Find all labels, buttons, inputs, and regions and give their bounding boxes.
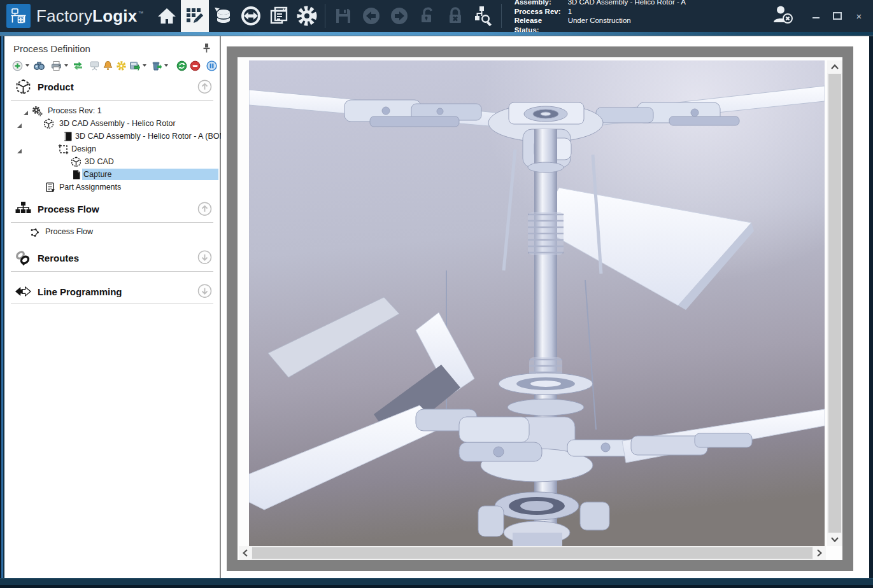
- vertical-scrollbar[interactable]: [827, 60, 842, 546]
- alerts-bell-icon[interactable]: [103, 60, 113, 71]
- panel-title: Process Definition: [13, 43, 90, 54]
- home-icon[interactable]: [153, 0, 181, 32]
- tree-item-3dcad[interactable]: 3D CAD: [4, 155, 220, 168]
- collapse-down-icon[interactable]: [197, 250, 212, 267]
- toolbar-separator: [325, 4, 325, 28]
- divider: [11, 304, 213, 304]
- settings-gear-icon[interactable]: [293, 0, 321, 32]
- window-bottom-border: [0, 578, 873, 588]
- section-line-programming[interactable]: Line Programming: [4, 279, 220, 302]
- assembly-cube-icon: [43, 118, 54, 131]
- app-window: FactoryLogix™: [0, 0, 873, 588]
- toolbar-separator: [501, 4, 502, 28]
- materials-icon[interactable]: [209, 0, 237, 32]
- lock-cancel-icon[interactable]: [441, 0, 469, 32]
- maximize-button[interactable]: [832, 11, 842, 21]
- remove-icon[interactable]: [190, 60, 201, 71]
- collapse-up-icon[interactable]: [197, 79, 212, 96]
- section-product[interactable]: Product: [4, 74, 220, 99]
- scroll-left-icon[interactable]: [239, 546, 252, 560]
- assembly-label: Assembly:: [515, 0, 568, 7]
- product-cube-icon: [15, 79, 31, 95]
- sync-icon[interactable]: [176, 60, 187, 71]
- tree-item-label: 3D CAD: [83, 156, 117, 167]
- print-dropdown-caret[interactable]: [64, 64, 68, 67]
- factorylogix-logo-icon: [6, 4, 31, 28]
- expander-icon[interactable]: [17, 121, 22, 130]
- deploy-icon[interactable]: [129, 60, 140, 71]
- document-area: [221, 36, 869, 578]
- collapse-down-icon[interactable]: [197, 284, 212, 301]
- collapse-up-icon[interactable]: [197, 201, 212, 218]
- user-logout-icon[interactable]: [772, 4, 794, 27]
- delete-dropdown-caret[interactable]: [164, 64, 168, 67]
- tree-item-part-assignments[interactable]: Part Assignments: [4, 181, 220, 193]
- add-dropdown-caret[interactable]: [25, 64, 29, 67]
- design-sketch-icon: [58, 144, 69, 157]
- tree-item-label: Process Rev: 1: [46, 105, 104, 116]
- find-icon[interactable]: [34, 60, 45, 71]
- tree-item-label: 3D CAD Assembly - Helico Rotor: [58, 118, 178, 129]
- scroll-down-icon[interactable]: [827, 533, 842, 546]
- analyze-flow-icon[interactable]: [469, 0, 497, 32]
- pause-icon[interactable]: [206, 60, 217, 71]
- process-rev-value: 1: [568, 7, 572, 17]
- process-definition-panel: Process Definition: [4, 36, 221, 578]
- process-design-icon[interactable]: [181, 0, 209, 32]
- process-flow-tree: Process Flow: [4, 223, 220, 244]
- scroll-up-icon[interactable]: [827, 60, 842, 73]
- assignments-book-icon: [45, 182, 55, 195]
- expander-icon[interactable]: [17, 146, 22, 155]
- tree-item-assembly[interactable]: 3D CAD Assembly - Helico Rotor: [4, 117, 220, 130]
- add-icon[interactable]: [12, 60, 23, 71]
- settings-small-gear-icon[interactable]: [116, 60, 127, 71]
- back-icon[interactable]: [357, 0, 385, 32]
- assembly-info: Assembly:3D CAD Assembly - Helico Rotor …: [515, 0, 686, 34]
- capture-page-icon: [71, 169, 82, 182]
- top-toolbar: FactoryLogix™: [0, 0, 873, 32]
- section-line-programming-label: Line Programming: [38, 286, 122, 297]
- save-icon[interactable]: [329, 0, 357, 32]
- window-left-border: [0, 36, 4, 578]
- tree-item-capture[interactable]: Capture: [4, 168, 220, 181]
- section-reroutes[interactable]: Reroutes: [4, 244, 220, 270]
- section-process-flow[interactable]: Process Flow: [4, 196, 220, 221]
- tree-item-design[interactable]: Design: [4, 143, 220, 155]
- process-flow-icon: [15, 201, 31, 217]
- flow-path-icon: [30, 228, 40, 240]
- tree-item-process-rev[interactable]: Process Rev: 1: [4, 104, 220, 117]
- tree-item-label: Design: [70, 143, 99, 155]
- tree-item-process-flow[interactable]: Process Flow: [4, 225, 220, 238]
- presentation-icon[interactable]: [89, 60, 100, 71]
- vertical-scroll-thumb[interactable]: [828, 74, 841, 533]
- exchange-icon[interactable]: [73, 60, 83, 71]
- print-icon[interactable]: [51, 60, 62, 71]
- bom-book-icon: [62, 131, 73, 144]
- process-rev-label: Process Rev:: [515, 7, 568, 17]
- app-title: FactoryLogix™: [36, 6, 144, 26]
- horizontal-scroll-thumb[interactable]: [252, 547, 813, 559]
- panel-toolbar: [4, 55, 220, 74]
- assembly-value: 3D CAD Assembly - Helico Rotor - A: [568, 0, 686, 7]
- close-button[interactable]: ×: [854, 11, 864, 21]
- transfer-icon[interactable]: [237, 0, 265, 32]
- section-reroutes-label: Reroutes: [38, 253, 79, 263]
- section-process-flow-label: Process Flow: [38, 204, 99, 214]
- expander-icon[interactable]: [24, 108, 28, 117]
- unlock-icon[interactable]: [413, 0, 441, 32]
- assembly-cube-icon: [71, 157, 82, 169]
- forward-icon[interactable]: [385, 0, 413, 32]
- delete-icon[interactable]: [151, 60, 162, 71]
- horizontal-scrollbar[interactable]: [239, 546, 826, 560]
- accent-strip: [0, 32, 873, 36]
- minimize-button[interactable]: [811, 11, 821, 21]
- pin-icon[interactable]: [202, 43, 211, 55]
- tree-item-bom[interactable]: 3D CAD Assembly - Helico Rotor - A (BOM): [4, 130, 220, 143]
- window-right-border: [869, 36, 873, 578]
- deploy-dropdown-caret[interactable]: [143, 64, 146, 67]
- section-product-label: Product: [38, 81, 74, 92]
- tree-item-label: Process Flow: [44, 226, 96, 237]
- scroll-right-icon[interactable]: [813, 546, 826, 560]
- documents-icon[interactable]: [265, 0, 293, 32]
- rotor-3d-render[interactable]: [249, 60, 825, 546]
